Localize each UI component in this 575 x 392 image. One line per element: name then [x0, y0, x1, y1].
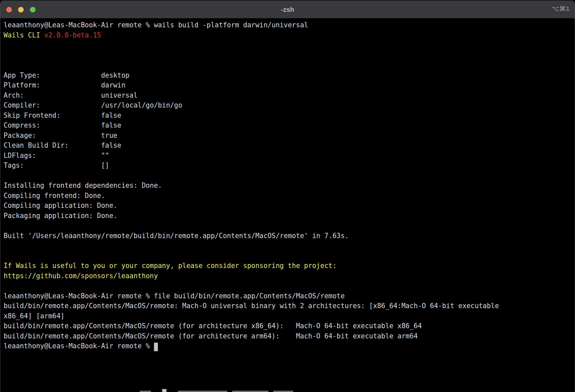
- tab-shortcut-badge: ⌥⌘1: [552, 5, 570, 12]
- terminal-text-segment: Compiling frontend: Done.: [4, 192, 105, 200]
- terminal-line: Built '/Users/leaanthony/remote/build/bi…: [4, 231, 571, 241]
- terminal-line: [4, 171, 571, 181]
- terminal-line: [4, 50, 571, 61]
- terminal-text-segment: Packaging application: Done.: [4, 212, 117, 220]
- terminal-text-segment: Wails CLI: [4, 31, 44, 39]
- terminal-line: [4, 40, 571, 50]
- terminal-line: build/bin/remote.app/Contents/MacOS/remo…: [4, 321, 571, 331]
- terminal-text-segment: Tags: []: [4, 161, 109, 169]
- clipped-line-fragments: [0, 389, 575, 392]
- terminal-line: Packaging application: Done.: [4, 211, 571, 221]
- window-title: -zsh: [0, 6, 575, 13]
- terminal-text-segment: Installing frontend dependencies: Done.: [4, 182, 162, 189]
- terminal-line: Tags: []: [4, 160, 571, 171]
- terminal-line: App Type: desktop: [4, 70, 571, 81]
- terminal-line: x86_64] [arm64]: [4, 311, 571, 321]
- terminal-text-segment: x86_64] [arm64]: [4, 312, 64, 320]
- terminal-text-segment: leaanthony@Leas-MacBook-Air remote %: [4, 342, 154, 350]
- terminal-line: Skip Frontend: false: [4, 110, 571, 121]
- terminal-line: Compiler: /usr/local/go/bin/go: [4, 100, 571, 110]
- terminal-line: leaanthony@Leas-MacBook-Air remote % fil…: [4, 291, 571, 301]
- terminal-line: Compiling frontend: Done.: [4, 191, 571, 201]
- terminal-text-segment: v2.0.0-beta.15: [44, 31, 101, 39]
- terminal-text-segment: Arch: universal: [4, 91, 138, 99]
- terminal-text-segment: Compiler: /usr/local/go/bin/go: [4, 101, 182, 109]
- terminal-text-segment: App Type: desktop: [4, 71, 130, 79]
- terminal-text-segment: Built '/Users/leaanthony/remote/build/bi…: [4, 232, 349, 240]
- terminal-window: -zsh ⌥⌘1 leaanthony@Leas-MacBook-Air rem…: [0, 1, 575, 392]
- terminal-line: LDFlags: "": [4, 151, 571, 161]
- terminal-text-segment: Compress: false: [4, 121, 121, 129]
- terminal-line: [4, 281, 571, 291]
- terminal-line: build/bin/remote.app/Contents/MacOS/remo…: [4, 301, 571, 311]
- terminal-cursor: [154, 343, 158, 351]
- terminal-line: Package: true: [4, 131, 571, 141]
- terminal-text-segment: Clean Build Dir: false: [4, 141, 121, 149]
- terminal-text-segment: If Wails is useful to you or your compan…: [4, 262, 337, 270]
- close-button[interactable]: [6, 7, 12, 12]
- terminal-text-segment: leaanthony@Leas-MacBook-Air remote % fil…: [4, 292, 345, 300]
- terminal-text-segment: Compiling application: Done.: [4, 202, 117, 209]
- terminal-text-segment: Package: true: [4, 132, 117, 139]
- terminal-line: Installing frontend dependencies: Done.: [4, 181, 571, 191]
- terminal-text-segment: build/bin/remote.app/Contents/MacOS/remo…: [4, 332, 418, 340]
- terminal-line: Arch: universal: [4, 90, 571, 101]
- terminal-text-segment: LDFlags: "": [4, 152, 109, 159]
- terminal-line: Platform: darwin: [4, 80, 571, 90]
- minimize-button[interactable]: [18, 7, 24, 12]
- terminal-line: [4, 60, 571, 70]
- terminal-line: If Wails is useful to you or your compan…: [4, 261, 571, 271]
- traffic-lights: [0, 7, 36, 12]
- terminal-output[interactable]: leaanthony@Leas-MacBook-Air remote % wai…: [0, 18, 575, 351]
- terminal-line: [4, 251, 571, 261]
- terminal-text-segment: build/bin/remote.app/Contents/MacOS/remo…: [4, 302, 499, 310]
- titlebar[interactable]: -zsh ⌥⌘1: [0, 1, 575, 18]
- terminal-line: Clean Build Dir: false: [4, 140, 571, 151]
- terminal-text-segment: https://github.com/sponsors/leaanthony: [4, 272, 158, 280]
- terminal-line: Compress: false: [4, 120, 571, 131]
- terminal-text-segment: build/bin/remote.app/Contents/MacOS/remo…: [4, 322, 422, 330]
- terminal-line: Wails CLI v2.0.0-beta.15: [4, 30, 571, 40]
- terminal-line: Compiling application: Done.: [4, 201, 571, 211]
- terminal-line: [4, 221, 571, 231]
- terminal-text-segment: Platform: darwin: [4, 81, 125, 89]
- terminal-line: build/bin/remote.app/Contents/MacOS/remo…: [4, 331, 571, 341]
- terminal-text-segment: leaanthony@Leas-MacBook-Air remote % wai…: [4, 21, 308, 29]
- terminal-line: leaanthony@Leas-MacBook-Air remote % wai…: [4, 20, 571, 30]
- terminal-text-segment: Skip Frontend: false: [4, 111, 121, 119]
- terminal-line: [4, 241, 571, 251]
- terminal-line: leaanthony@Leas-MacBook-Air remote %: [4, 341, 571, 351]
- zoom-button[interactable]: [30, 7, 36, 12]
- terminal-line: https://github.com/sponsors/leaanthony: [4, 271, 571, 281]
